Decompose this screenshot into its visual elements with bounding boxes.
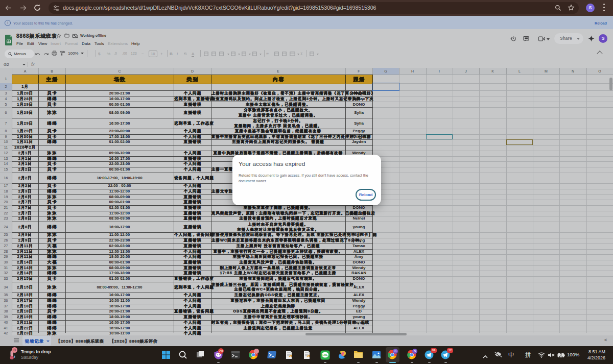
svg-text:LINE: LINE (322, 354, 327, 356)
